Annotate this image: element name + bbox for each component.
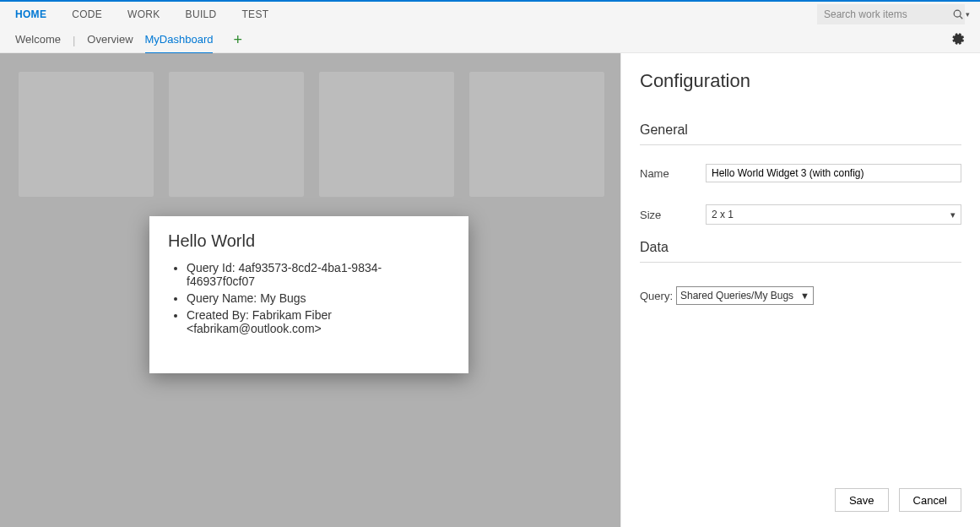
primary-nav-bar: HOME CODE WORK BUILD TEST ▾: [0, 2, 980, 27]
dashboard-tile-placeholder[interactable]: [19, 72, 154, 197]
nav-tab-home[interactable]: HOME: [15, 8, 46, 20]
panel-title: Configuration: [640, 70, 961, 92]
section-header-general: General: [640, 122, 961, 138]
nav-separator: |: [73, 34, 75, 46]
nav-tab-code[interactable]: CODE: [72, 8, 102, 20]
dashboard-canvas: Hello World Query Id: 4af93573-8cd2-4ba1…: [0, 53, 620, 527]
nav-tab-work[interactable]: WORK: [127, 8, 160, 20]
widget-detail-item: Created By: Fabrikam Fiber <fabrikam@out…: [187, 308, 450, 335]
dashboard-tile-placeholder[interactable]: [169, 72, 304, 197]
main-area: Hello World Query Id: 4af93573-8cd2-4ba1…: [0, 53, 980, 527]
panel-footer: Save Cancel: [640, 488, 961, 512]
widget-title: Hello World: [168, 231, 450, 251]
search-box[interactable]: ▾: [817, 4, 965, 24]
widget-detail-item: Query Id: 4af93573-8cd2-4ba1-9834-f46937…: [187, 261, 450, 288]
name-input[interactable]: [706, 164, 961, 182]
cancel-button[interactable]: Cancel: [899, 488, 961, 512]
configuration-panel: Configuration General Name Size 2 x 1 ▾ …: [620, 53, 980, 527]
gear-icon: [951, 32, 965, 46]
label-name: Name: [640, 167, 706, 180]
sub-tab-overview[interactable]: Overview: [87, 27, 133, 53]
sub-tab-mydashboard[interactable]: MyDashboard: [145, 27, 214, 53]
secondary-nav-bar: Welcome | Overview MyDashboard +: [0, 27, 980, 53]
chevron-down-icon: ▼: [800, 291, 809, 301]
form-row-query: Query: Shared Queries/My Bugs ▼: [640, 286, 961, 305]
chevron-down-icon: ▾: [950, 209, 956, 220]
section-divider: [640, 144, 961, 145]
chevron-down-icon: ▾: [966, 10, 970, 19]
label-query: Query:: [640, 290, 673, 302]
plus-icon: +: [233, 31, 242, 48]
nav-tab-build[interactable]: BUILD: [186, 8, 217, 20]
svg-line-1: [960, 16, 962, 19]
nav-tab-test[interactable]: TEST: [241, 8, 268, 20]
sub-tab-welcome[interactable]: Welcome: [15, 27, 61, 53]
form-row-name: Name: [640, 164, 961, 182]
hello-world-widget[interactable]: Hello World Query Id: 4af93573-8cd2-4ba1…: [149, 216, 468, 373]
widget-detail-list: Query Id: 4af93573-8cd2-4ba1-9834-f46937…: [168, 261, 450, 335]
section-header-data: Data: [640, 240, 961, 255]
query-select-value: Shared Queries/My Bugs: [680, 290, 793, 302]
widget-detail-item: Query Name: My Bugs: [187, 291, 450, 305]
search-icon[interactable]: ▾: [952, 8, 970, 20]
svg-point-0: [954, 10, 961, 17]
size-select[interactable]: 2 x 1 ▾: [706, 204, 961, 225]
label-size: Size: [640, 209, 706, 221]
section-divider: [640, 262, 961, 263]
size-select-value: 2 x 1: [712, 209, 734, 220]
add-dashboard-button[interactable]: +: [233, 33, 242, 46]
form-row-size: Size 2 x 1 ▾: [640, 204, 961, 225]
dashboard-tile-placeholder[interactable]: [469, 72, 604, 197]
query-select[interactable]: Shared Queries/My Bugs ▼: [676, 286, 814, 305]
settings-button[interactable]: [951, 32, 965, 48]
dashboard-tile-placeholder[interactable]: [319, 72, 454, 197]
save-button[interactable]: Save: [835, 488, 889, 512]
search-input[interactable]: [822, 8, 952, 21]
